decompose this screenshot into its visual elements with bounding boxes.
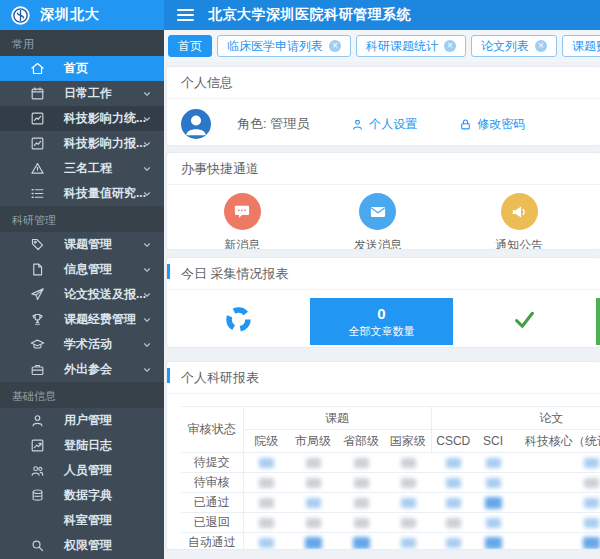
sidebar-item-data-dictionary[interactable]: 数据字典 bbox=[0, 483, 164, 508]
sidebar-section-label: 基础信息 bbox=[0, 382, 164, 408]
personal-info-panel: 个人信息 角色: 管理员 个人设置 bbox=[166, 66, 600, 146]
sidebar-item-personnel-mgmt[interactable]: 人员管理 bbox=[0, 458, 164, 483]
table-row: 待提交 bbox=[181, 453, 600, 473]
sidebar-item-tech-impact-stats[interactable]: 科技影响力统... bbox=[0, 106, 164, 131]
blurred-value bbox=[583, 537, 600, 549]
close-icon[interactable]: × bbox=[444, 40, 456, 52]
column-header: SCI bbox=[475, 430, 511, 453]
today-report-panel: 今日 采集情况报表 0全部文章数量 bbox=[166, 257, 600, 348]
blurred-value bbox=[486, 518, 501, 528]
tab-clinical-apps[interactable]: 临床医学申请列表× bbox=[217, 35, 351, 57]
sidebar-item-label: 科技量值研究... bbox=[64, 185, 146, 202]
blurred-value bbox=[485, 537, 502, 549]
chevron-down-icon bbox=[142, 264, 152, 274]
sidebar-item-home[interactable]: 首页 bbox=[0, 56, 164, 81]
stat-value: 0 bbox=[377, 305, 385, 322]
send-icon bbox=[30, 287, 45, 302]
sidebar-item-department-mgmt[interactable]: 科室管理 bbox=[0, 508, 164, 533]
sidebar-item-tech-value-research[interactable]: 科技量值研究... bbox=[0, 181, 164, 206]
quick-item-label: 通知公告 bbox=[495, 237, 543, 250]
blurred-value bbox=[354, 518, 369, 528]
blurred-value bbox=[401, 518, 416, 528]
table-row: 已通过 bbox=[181, 493, 600, 513]
quick-channel-panel: 办事快捷通道 新消息发送消息通知公告 bbox=[166, 152, 600, 250]
quick-item-notice[interactable]: 通知公告 bbox=[495, 193, 543, 250]
sidebar-item-label: 科技影响力报... bbox=[64, 135, 146, 152]
table-cell bbox=[289, 473, 337, 493]
tab-label: 首页 bbox=[178, 38, 202, 55]
tab-paper-list[interactable]: 论文列表× bbox=[471, 35, 557, 57]
sidebar-item-tech-impact-report[interactable]: 科技影响力报... bbox=[0, 131, 164, 156]
panel-title: 办事快捷通道 bbox=[167, 153, 600, 185]
avatar bbox=[181, 109, 211, 139]
blurred-value bbox=[485, 497, 502, 509]
quick-item-label: 新消息 bbox=[224, 237, 260, 250]
sidebar-nav: 常用首页日常工作科技影响力统...科技影响力报...三名工程科技量值研究...科… bbox=[0, 30, 164, 559]
table-cell bbox=[337, 533, 385, 551]
trend-chart-icon bbox=[30, 136, 45, 151]
sidebar-section-label: 常用 bbox=[0, 30, 164, 56]
brand-text: 深圳北大 bbox=[40, 6, 100, 24]
tab-project-fees[interactable]: 课题费用报表× bbox=[562, 35, 600, 57]
blurred-value bbox=[259, 538, 274, 548]
chevron-down-icon bbox=[142, 339, 152, 349]
tab-project-stats[interactable]: 科研课题统计× bbox=[356, 35, 466, 57]
table-cell bbox=[511, 513, 600, 533]
close-icon[interactable]: × bbox=[329, 40, 341, 52]
table-cell bbox=[511, 473, 600, 493]
blurred-value bbox=[446, 518, 461, 528]
sidebar-item-daily-work[interactable]: 日常工作 bbox=[0, 81, 164, 106]
tab-home[interactable]: 首页 bbox=[168, 35, 212, 57]
quick-item-new-message[interactable]: 新消息 bbox=[224, 193, 261, 250]
blurred-value bbox=[446, 458, 461, 468]
blurred-value bbox=[259, 498, 274, 508]
sidebar-item-project-mgmt[interactable]: 课题管理 bbox=[0, 232, 164, 257]
blurred-value bbox=[259, 518, 274, 528]
check-icon bbox=[511, 306, 538, 337]
sidebar-item-conference-travel[interactable]: 外出参会 bbox=[0, 357, 164, 382]
blurred-value bbox=[401, 478, 416, 488]
sidebar-item-permission-mgmt[interactable]: 权限管理 bbox=[0, 533, 164, 558]
tab-label: 科研课题统计 bbox=[366, 38, 438, 55]
column-header: 国家级 bbox=[385, 430, 431, 453]
hospital-logo-icon bbox=[10, 5, 31, 26]
sidebar-item-project-funds[interactable]: 课题经费管理 bbox=[0, 307, 164, 332]
sidebar-item-login-logs[interactable]: 登陆日志 bbox=[0, 433, 164, 458]
sidebar-item-label: 用户管理 bbox=[64, 412, 112, 429]
top-bar: 深圳北大 北京大学深圳医院科研管理系统 bbox=[0, 0, 600, 30]
personal-settings-link[interactable]: 个人设置 bbox=[351, 116, 417, 133]
blurred-value bbox=[401, 498, 416, 508]
chevron-down-icon bbox=[142, 364, 152, 374]
sidebar-item-three-programs[interactable]: 三名工程 bbox=[0, 156, 164, 181]
sidebar-item-user-mgmt[interactable]: 用户管理 bbox=[0, 408, 164, 433]
sidebar-item-label: 人员管理 bbox=[64, 462, 112, 479]
table-cell bbox=[511, 453, 600, 473]
blurred-value bbox=[446, 478, 461, 488]
quick-item-send-message[interactable]: 发送消息 bbox=[354, 193, 402, 250]
row-label: 待提交 bbox=[181, 453, 243, 473]
home-icon bbox=[30, 61, 45, 76]
panel-title: 今日 采集情况报表 bbox=[167, 258, 600, 290]
change-password-link[interactable]: 修改密码 bbox=[459, 116, 525, 133]
log-chart-icon bbox=[30, 438, 45, 453]
table-row: 已退回 bbox=[181, 513, 600, 533]
chevron-down-icon bbox=[142, 188, 152, 198]
column-header: CSCD bbox=[431, 430, 475, 453]
sidebar-item-info-mgmt[interactable]: 信息管理 bbox=[0, 257, 164, 282]
sidebar-item-paper-submission[interactable]: 论文投送及报... bbox=[0, 282, 164, 307]
person-icon bbox=[351, 118, 364, 131]
partial-tile bbox=[596, 298, 600, 345]
table-cell bbox=[243, 493, 289, 513]
sidebar-item-academic-activities[interactable]: 学术活动 bbox=[0, 332, 164, 357]
chevron-down-icon bbox=[142, 289, 152, 299]
content: 个人信息 角色: 管理员 个人设置 bbox=[164, 62, 600, 550]
chevron-down-icon bbox=[142, 113, 152, 123]
stat-label: 全部文章数量 bbox=[349, 324, 415, 339]
chevron-down-icon bbox=[142, 163, 152, 173]
menu-toggle-icon[interactable] bbox=[177, 6, 194, 24]
today-tiles: 0全部文章数量 bbox=[167, 298, 600, 345]
table-cell bbox=[289, 493, 337, 513]
close-icon[interactable]: × bbox=[535, 40, 547, 52]
blurred-value bbox=[584, 518, 599, 528]
blurred-value bbox=[305, 537, 322, 549]
